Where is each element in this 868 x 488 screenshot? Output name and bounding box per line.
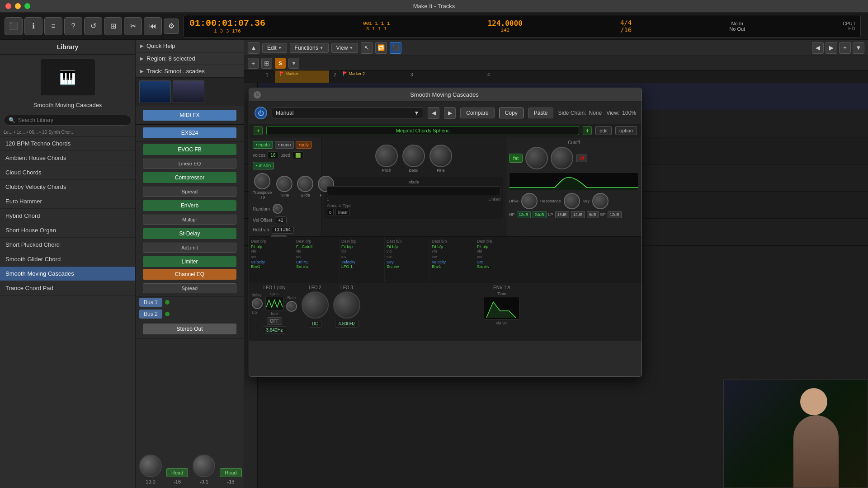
transpose-knob[interactable]: [254, 173, 270, 189]
filter-24db-btn[interactable]: 24dB: [533, 211, 547, 218]
library-item-short-plucked[interactable]: Short Plucked Chord: [0, 238, 135, 252]
filter-12db-2-btn[interactable]: 12dB: [571, 211, 585, 218]
prev-arrow-btn[interactable]: ◀: [812, 42, 824, 54]
search-box[interactable]: 🔍: [4, 115, 132, 126]
lfo2-knob[interactable]: [302, 291, 329, 319]
bus2-btn[interactable]: Bus 2: [139, 310, 162, 319]
lfo3-knob[interactable]: [333, 291, 360, 319]
off-btn[interactable]: off: [576, 155, 587, 162]
drive-knob[interactable]: [521, 193, 538, 209]
spread3-btn[interactable]: Spread: [143, 283, 236, 293]
tune-knob[interactable]: [276, 176, 292, 192]
filter-12db-3-btn[interactable]: 12dB: [608, 211, 622, 218]
read-btn-2[interactable]: Read: [220, 468, 241, 477]
exs24-btn[interactable]: EXS24: [143, 127, 236, 138]
minimize-button[interactable]: [15, 3, 21, 9]
fader-1-knob[interactable]: [139, 455, 162, 477]
pointer-tool-btn[interactable]: ↖: [361, 42, 373, 54]
bus1-btn[interactable]: Bus 1: [139, 298, 162, 307]
channel-eq-btn[interactable]: Channel EQ: [143, 269, 236, 280]
preset-dropdown[interactable]: Manual ▼: [272, 108, 423, 118]
skip-back-icon-btn[interactable]: ⏮: [144, 17, 162, 35]
info-icon-btn[interactable]: ℹ: [24, 17, 42, 35]
preset-minus-btn[interactable]: +: [254, 126, 263, 135]
lfo1-rate-knob[interactable]: [286, 301, 297, 312]
spread-btn[interactable]: Spread: [143, 187, 236, 197]
paste-btn[interactable]: Paste: [528, 108, 554, 118]
copy-btn[interactable]: Copy: [499, 108, 524, 118]
zoom-add-btn[interactable]: +: [839, 42, 851, 54]
read-btn-1[interactable]: Read: [166, 468, 188, 477]
preset-plus-btn[interactable]: +: [583, 126, 592, 135]
library-item-cloud[interactable]: Cloud Chords: [0, 165, 135, 180]
library-item-clubby[interactable]: Clubby Velocity Chords: [0, 180, 135, 194]
compressor-btn[interactable]: Compressor: [143, 172, 236, 183]
library-item-smooth-cascades[interactable]: Smooth Moving Cascades: [0, 267, 135, 281]
gear-button[interactable]: ⚙: [164, 19, 179, 34]
unison-btn[interactable]: •unison: [253, 162, 274, 169]
library-item-smooth-glider[interactable]: Smooth Glider Chord: [0, 252, 135, 267]
limiter-btn[interactable]: Limiter: [143, 256, 236, 267]
edit-menu-btn[interactable]: Edit ▼: [262, 43, 287, 53]
midi-fx-btn[interactable]: MIDI FX: [143, 110, 236, 121]
up-arrow-btn[interactable]: ▲: [248, 42, 259, 54]
library-item-ambient[interactable]: Ambient House Chords: [0, 151, 135, 165]
power-button[interactable]: ⏻: [255, 107, 267, 119]
track-section[interactable]: ▶ Track: Smoot...scades: [136, 65, 244, 78]
library-item-short-house[interactable]: Short House Organ: [0, 223, 135, 238]
library-item-hybrid[interactable]: Hybrid Chord: [0, 209, 135, 223]
resonance-knob[interactable]: [564, 193, 580, 209]
list-icon-btn[interactable]: ≡: [44, 17, 62, 35]
st-delay-btn[interactable]: St-Delay: [143, 228, 236, 239]
solo-btn[interactable]: S: [275, 58, 286, 69]
filter-18db-btn[interactable]: 18dB: [555, 211, 569, 218]
option-preset-btn[interactable]: option: [615, 126, 637, 135]
plugin-close-btn[interactable]: ✕: [254, 91, 261, 99]
key-knob[interactable]: [592, 193, 609, 209]
cutoff-knob[interactable]: [525, 147, 548, 169]
add-region-btn[interactable]: ⊞: [261, 58, 272, 69]
stereo-out-btn[interactable]: Stereo Out: [143, 324, 236, 334]
random-knob[interactable]: [273, 204, 283, 214]
mixer-icon-btn[interactable]: ⊞: [104, 17, 122, 35]
filter-12db-1-btn[interactable]: 12dB: [517, 211, 531, 218]
en-verb-btn[interactable]: EnVerb: [143, 200, 236, 211]
linear-eq-btn[interactable]: Linear EQ: [143, 159, 236, 169]
poly-btn[interactable]: •poly: [296, 141, 312, 149]
region-section[interactable]: ▶ Region: 8 selected: [136, 52, 244, 65]
fine-knob[interactable]: [429, 145, 452, 167]
maximize-button[interactable]: [24, 3, 30, 9]
lfo1-off-btn[interactable]: OFF: [267, 317, 282, 325]
library-item-120bpm[interactable]: 120 BPM Techno Chords: [0, 136, 135, 151]
library-icon-btn[interactable]: ⬛: [5, 17, 23, 35]
glide-knob[interactable]: [297, 176, 313, 192]
library-item-euro[interactable]: Euro Hammer: [0, 194, 135, 209]
multipr-btn[interactable]: Multipr: [143, 215, 236, 225]
fader-2-knob[interactable]: [193, 455, 215, 477]
help-icon-btn[interactable]: ?: [64, 17, 82, 35]
bend-knob[interactable]: [402, 145, 425, 167]
edit-preset-btn[interactable]: edit: [595, 126, 612, 135]
add-track-btn[interactable]: +: [248, 58, 259, 69]
mono-btn[interactable]: •mono: [275, 141, 294, 149]
rewind-icon-btn[interactable]: ↺: [84, 17, 102, 35]
lfo1-delay-knob[interactable]: [252, 298, 263, 309]
search-input[interactable]: [18, 117, 127, 123]
scissors-icon-btn[interactable]: ✂: [124, 17, 142, 35]
track-dropdown-btn[interactable]: ▼: [288, 58, 299, 69]
legato-btn[interactable]: •legato: [253, 141, 273, 149]
zoom-dropdown-btn[interactable]: ▼: [853, 42, 864, 54]
quick-help-section[interactable]: ▶ Quick Help: [136, 40, 244, 52]
filter-6db-btn[interactable]: 6dB: [587, 211, 599, 218]
midi-tool-btn[interactable]: ⬛: [390, 42, 401, 54]
compare-btn[interactable]: Compare: [460, 108, 494, 118]
cutoff-knob-2[interactable]: [551, 147, 573, 169]
ad-limit-btn[interactable]: AdLimit: [143, 243, 236, 253]
next-preset-btn[interactable]: ▶: [444, 107, 456, 119]
loop-btn[interactable]: 🔁: [375, 42, 387, 54]
library-item-trance[interactable]: Trance Chord Pad: [0, 281, 135, 296]
prev-preset-btn[interactable]: ◀: [428, 107, 439, 119]
view-menu-btn[interactable]: View ▼: [331, 43, 359, 53]
pitch-knob[interactable]: [375, 145, 398, 167]
evoc-btn[interactable]: EVOC FB: [143, 144, 236, 155]
